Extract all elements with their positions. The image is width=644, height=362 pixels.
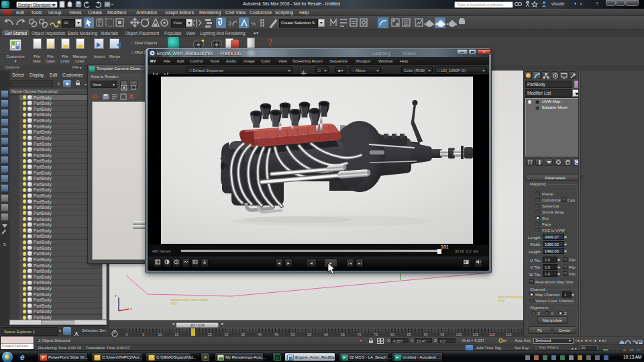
svg-text:x: x: [130, 307, 132, 311]
svg-text:z: z: [115, 293, 117, 298]
svg-text:3: 3: [228, 20, 231, 27]
svg-text:%: %: [251, 21, 256, 27]
